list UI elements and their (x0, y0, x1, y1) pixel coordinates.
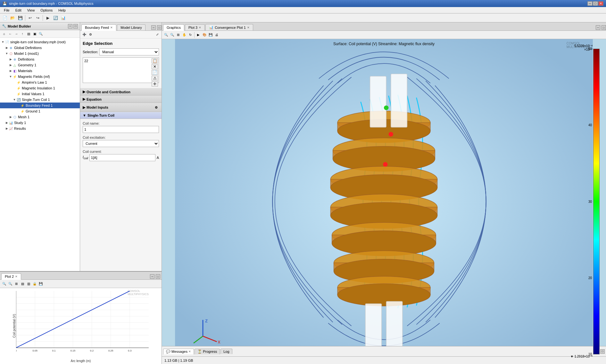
graphics-maximize[interactable]: □ (602, 25, 606, 30)
plot-button[interactable]: 📊 (60, 14, 67, 21)
model-inputs-settings-btn[interactable]: ⚙ (153, 104, 159, 110)
tab-progress[interactable]: ⏳ Progress (195, 349, 220, 354)
tab-boundary-feed[interactable]: Boundary Feed ✕ (81, 24, 116, 31)
tree-ampere[interactable]: ⚡ Ampère's Law 1 (0, 79, 80, 85)
p2-col-view[interactable]: ▤ (20, 281, 25, 287)
tree-label-study: Study 1 (14, 121, 26, 125)
tree-back-btn[interactable]: ← (7, 31, 13, 37)
export-btn[interactable]: 💾 (208, 32, 213, 38)
minimize-button[interactable]: ─ (587, 1, 593, 6)
save-button[interactable]: 💾 (17, 14, 24, 21)
plot-update-btn[interactable]: ▶ (195, 32, 201, 38)
p2-row-view[interactable]: ▥ (26, 281, 31, 287)
tree-filter-btn[interactable]: 🔍 (38, 31, 44, 37)
zoom-out-btn[interactable]: 🔍 (163, 32, 169, 38)
menu-edit[interactable]: Edit (13, 8, 24, 13)
p2-zoom-in[interactable]: 🔍 (7, 281, 13, 287)
tree-expand-btn[interactable]: ▤ (26, 31, 31, 37)
menu-help[interactable]: Help (56, 8, 68, 13)
undo-button[interactable]: ↩ (27, 14, 34, 21)
menu-options[interactable]: Options (38, 8, 55, 13)
plot2-maximize[interactable]: □ (156, 274, 160, 279)
stc-section-header[interactable]: ▼ Single-Turn Coil (80, 112, 162, 119)
messages-close[interactable]: ✕ (188, 350, 191, 353)
tree-model1[interactable]: ▼ ⬡ Model 1 (mod1) (0, 51, 80, 56)
new-button[interactable]: 📄 (1, 14, 8, 21)
tree-up-btn[interactable]: ↑ (20, 31, 25, 37)
coil-current-input[interactable] (89, 154, 155, 161)
messages-maximize[interactable]: □ (600, 349, 605, 354)
tree-collapse-btn[interactable]: ▣ (32, 31, 37, 37)
tree-boundary-feed[interactable]: ⚡ Boundary Feed 1 (0, 103, 80, 108)
graphics-area[interactable]: Surface: Coil potential (V) Streamline: … (162, 39, 606, 364)
model-tree-toolbar: ⌂ ← → ↑ ▤ ▣ 🔍 (0, 30, 80, 38)
close-button[interactable]: ✕ (598, 1, 603, 6)
tree-global-defs[interactable]: ▶ ⊕ Global Definitions (0, 45, 80, 51)
settings-maximize[interactable]: □ (157, 25, 162, 30)
tree-results[interactable]: ▶ 📈 Results (0, 126, 80, 131)
menu-file[interactable]: File (1, 8, 12, 13)
p2-export[interactable]: 💾 (38, 281, 44, 287)
tree-study1[interactable]: ▶ 📊 Study 1 (0, 120, 80, 126)
p2-lock[interactable]: 🔒 (32, 281, 37, 287)
p2-zoom-out[interactable]: 🔍 (1, 281, 7, 287)
tree-definitions[interactable]: ▶ ⊕ Definitions (0, 56, 80, 62)
edge-select-btn[interactable]: ✛ (152, 81, 158, 87)
p2-extents[interactable]: ⊞ (13, 281, 19, 287)
selection-dropdown[interactable]: Manual (99, 48, 159, 55)
compute-button[interactable]: ▶ (44, 14, 51, 21)
tab-log[interactable]: Log (220, 349, 232, 354)
tree-materials[interactable]: ▶ ◧ Materials (0, 68, 80, 74)
edge-remove-btn[interactable]: ✕ (152, 64, 158, 69)
tree-root[interactable]: ▼ 📄 single-turn coil boundary.mph (root) (0, 39, 80, 45)
edge-copy-btn[interactable]: 📄 (152, 70, 158, 75)
coil-name-input[interactable] (83, 126, 159, 133)
tab-convergence[interactable]: 📊 Convergence Plot 1 ✕ (205, 24, 253, 30)
edge-add-btn[interactable]: 📋 (152, 58, 158, 63)
zoom-extents-btn[interactable]: ⊞ (175, 32, 181, 38)
tree-icon-ampere: ⚡ (16, 80, 21, 85)
model-inputs-section-header[interactable]: ▶ Model Inputs ⚙ (80, 103, 162, 112)
redo-button[interactable]: ↪ (34, 14, 41, 21)
tab-plot3[interactable]: Plot 3 ✕ (185, 24, 205, 30)
tree-mf[interactable]: ▼ ⚡ Magnetic Fields (mf) (0, 74, 80, 79)
model-builder-maximize[interactable]: □ (73, 24, 78, 29)
tree-ground[interactable]: ⚡ Ground 1 (0, 108, 80, 114)
tree-initial-values[interactable]: ⚡ Initial Values 1 (0, 91, 80, 97)
settings-minimize[interactable]: ─ (151, 25, 156, 30)
tree-single-turn[interactable]: ▼ 🔄 Single-Turn Coil 1 (0, 97, 80, 103)
tab-messages[interactable]: 💬 Messages ✕ (163, 349, 194, 354)
settings-settings-btn[interactable]: ⚙ (87, 32, 93, 37)
tab-model-library[interactable]: Model Library (117, 24, 145, 30)
tree-mesh1[interactable]: ▶ ⬡ Mesh 1 (0, 114, 80, 120)
print-btn[interactable]: 🖨 (214, 32, 220, 38)
tree-geometry1[interactable]: ▶ △ Geometry 1 (0, 62, 80, 68)
coil-excitation-select[interactable]: Current (83, 140, 159, 147)
render-btn[interactable]: 🎨 (202, 32, 207, 38)
model-builder-minimize[interactable]: ─ (68, 24, 72, 29)
tree-magnetic-ins[interactable]: ⚡ Magnetic Insulation 1 (0, 85, 80, 91)
tree-home-btn[interactable]: ⌂ (1, 31, 7, 37)
rotate-btn[interactable]: ↻ (187, 32, 193, 38)
zoom-in-btn[interactable]: 🔍 (169, 32, 175, 38)
colorbar (593, 49, 600, 354)
graphics-minimize[interactable]: ─ (596, 25, 600, 30)
tab-boundary-feed-close[interactable]: ✕ (110, 26, 113, 29)
maximize-button[interactable]: □ (593, 1, 598, 6)
settings-expand-btn[interactable]: ⤢ (154, 32, 160, 37)
update-button[interactable]: 🔄 (52, 14, 59, 21)
tab-plot2[interactable]: Plot 2 ✕ (1, 273, 21, 280)
open-button[interactable]: 📂 (9, 14, 16, 21)
tab-graphics[interactable]: Graphics (163, 24, 184, 31)
tree-forward-btn[interactable]: → (13, 31, 19, 37)
tab-plot3-close[interactable]: ✕ (199, 26, 201, 29)
equation-section-header[interactable]: ▶ Equation (80, 95, 162, 103)
menu-view[interactable]: View (25, 8, 37, 13)
tab-convergence-close[interactable]: ✕ (247, 26, 250, 29)
override-section-header[interactable]: ▶ Override and Contribution (80, 88, 162, 95)
plot2-minimize[interactable]: ─ (150, 274, 154, 279)
edge-warn-btn[interactable]: ⚠ (152, 76, 158, 81)
settings-add-btn[interactable]: ➕ (81, 32, 87, 37)
pan-btn[interactable]: ✋ (181, 32, 187, 38)
tab-plot2-close[interactable]: ✕ (15, 275, 18, 278)
